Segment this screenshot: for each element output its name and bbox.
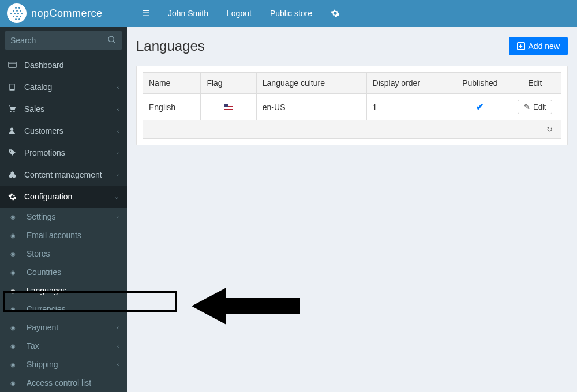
sidebar-item-customers[interactable]: Customers ‹: [0, 120, 127, 142]
sub-item-label: Languages: [27, 286, 119, 295]
refresh-icon[interactable]: ↻: [546, 125, 553, 134]
languages-table: Name Flag Language culture Display order…: [143, 72, 561, 120]
sidebar-search: [0, 27, 127, 54]
circle-icon: ◉: [10, 343, 21, 349]
th-flag[interactable]: Flag: [201, 73, 256, 94]
sub-item-label: Email accounts: [27, 231, 119, 240]
cart-icon: [8, 105, 20, 113]
sub-item-settings[interactable]: ◉ Settings ‹: [0, 208, 127, 226]
chevron-left-icon: ‹: [117, 84, 119, 91]
circle-icon: ◉: [10, 361, 21, 368]
cell-culture: en-US: [256, 94, 366, 120]
th-culture[interactable]: Language culture: [256, 73, 366, 94]
table-row: English en-US 1 ✔ ✎ Edit: [143, 94, 561, 120]
chevron-left-icon: ‹: [117, 214, 119, 220]
add-new-label: Add new: [529, 42, 560, 51]
circle-icon: ◉: [10, 269, 21, 276]
sub-item-languages[interactable]: ◉ Languages: [0, 281, 127, 300]
sidebar-item-content[interactable]: Content management ‹: [0, 164, 127, 186]
svg-point-4: [10, 128, 13, 131]
chevron-left-icon: ‹: [117, 106, 119, 112]
svg-marker-5: [192, 288, 300, 325]
sidebar-item-label: Configuration: [24, 192, 114, 201]
sidebar-item-label: Catalog: [24, 82, 117, 92]
th-edit[interactable]: Edit: [509, 73, 561, 94]
edit-button[interactable]: ✎ Edit: [518, 100, 552, 114]
sub-item-stores[interactable]: ◉ Stores: [0, 244, 127, 263]
sub-item-label: Stores: [27, 249, 119, 258]
sidebar-item-label: Content management: [24, 170, 117, 179]
sub-item-label: Settings: [27, 212, 117, 221]
sidebar-item-dashboard[interactable]: Dashboard: [0, 54, 127, 76]
settings-gear-icon[interactable]: [323, 9, 348, 18]
chevron-down-icon: ⌄: [114, 194, 119, 200]
topbar: nopCommerce ☰ John Smith Logout Public s…: [0, 0, 577, 27]
tag-icon: [8, 149, 20, 157]
user-link[interactable]: John Smith: [160, 0, 216, 27]
sub-item-payment[interactable]: ◉ Payment ‹: [0, 318, 127, 337]
sub-item-label: Shipping: [27, 360, 117, 369]
brand-logo[interactable]: nopCommerce: [0, 0, 127, 27]
content-area: Languages + Add new Name Flag Language c…: [127, 27, 577, 392]
circle-icon: ◉: [10, 232, 21, 239]
chevron-left-icon: ‹: [117, 343, 119, 349]
public-store-link[interactable]: Public store: [262, 0, 320, 27]
edit-label: Edit: [533, 103, 546, 111]
topbar-right: ☰ John Smith Logout Public store: [127, 0, 577, 27]
circle-icon: ◉: [10, 325, 21, 331]
svg-rect-2: [9, 62, 16, 68]
sub-item-shipping[interactable]: ◉ Shipping ‹: [0, 355, 127, 374]
dashboard-icon: [8, 62, 20, 69]
th-order[interactable]: Display order: [366, 73, 451, 94]
annotation-arrow-icon: [192, 285, 300, 327]
sidebar-item-sales[interactable]: Sales ‹: [0, 98, 127, 120]
table-header-row: Name Flag Language culture Display order…: [143, 73, 561, 94]
sub-item-acl[interactable]: ◉ Access control list: [0, 374, 127, 392]
sub-item-countries[interactable]: ◉ Countries: [0, 263, 127, 281]
chevron-left-icon: ‹: [117, 128, 119, 134]
languages-panel: Name Flag Language culture Display order…: [136, 66, 568, 145]
circle-icon: ◉: [10, 214, 21, 220]
page-title: Languages: [136, 38, 509, 54]
sub-item-tax[interactable]: ◉ Tax ‹: [0, 337, 127, 355]
circle-icon: ◉: [10, 251, 21, 257]
chevron-left-icon: ‹: [117, 172, 119, 178]
sub-item-email[interactable]: ◉ Email accounts: [0, 226, 127, 244]
circle-icon: ◉: [10, 380, 21, 386]
sidebar: Dashboard Catalog ‹ Sales ‹ Customers ‹: [0, 27, 127, 392]
circle-dot-icon: ◉: [10, 288, 21, 294]
content-header: Languages + Add new: [136, 37, 568, 55]
logout-link[interactable]: Logout: [219, 0, 260, 27]
sidebar-item-promotions[interactable]: Promotions ‹: [0, 142, 127, 164]
gear-icon: [8, 193, 20, 201]
cell-name: English: [143, 94, 201, 120]
configuration-submenu: ◉ Settings ‹ ◉ Email accounts ◉ Stores ◉…: [0, 208, 127, 392]
circle-icon: ◉: [10, 306, 21, 312]
cell-order: 1: [366, 94, 451, 120]
check-icon: ✔: [476, 102, 484, 112]
add-new-button[interactable]: + Add new: [509, 37, 568, 55]
sub-item-label: Tax: [27, 341, 117, 350]
sub-item-currencies[interactable]: ◉ Currencies: [0, 300, 127, 318]
chevron-left-icon: ‹: [117, 150, 119, 156]
cell-flag: [201, 94, 256, 120]
sidebar-item-configuration[interactable]: Configuration ⌄: [0, 186, 127, 208]
sub-item-label: Currencies: [27, 304, 119, 314]
sidebar-toggle-icon[interactable]: ☰: [134, 8, 158, 18]
chevron-left-icon: ‹: [117, 325, 119, 331]
brand-badge: [7, 3, 27, 23]
user-icon: [8, 127, 20, 135]
sidebar-item-label: Promotions: [24, 148, 117, 157]
book-icon: [8, 83, 20, 91]
sidebar-item-label: Sales: [24, 104, 117, 114]
sub-item-label: Access control list: [27, 378, 119, 387]
sidebar-item-label: Dashboard: [24, 61, 119, 70]
th-published[interactable]: Published: [451, 73, 509, 94]
sidebar-item-catalog[interactable]: Catalog ‹: [0, 76, 127, 98]
pencil-icon: ✎: [524, 103, 530, 111]
th-name[interactable]: Name: [143, 73, 201, 94]
search-input[interactable]: [5, 31, 122, 50]
brand-text: nopCommerce: [31, 7, 103, 20]
cell-edit: ✎ Edit: [509, 94, 561, 120]
sub-item-label: Payment: [27, 323, 117, 332]
